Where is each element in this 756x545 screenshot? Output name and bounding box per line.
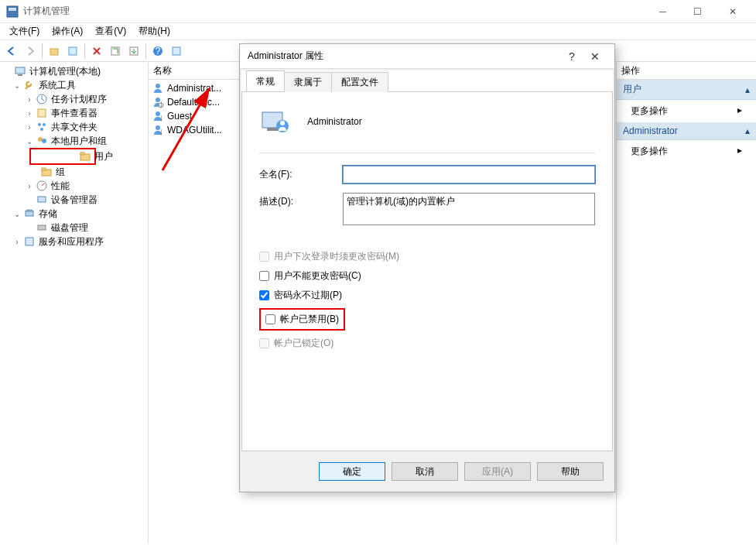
cannot-change-checkbox[interactable] xyxy=(259,271,269,281)
ok-button[interactable]: 确定 xyxy=(319,462,385,481)
disabled-row[interactable]: 帐户已禁用(B) xyxy=(259,308,595,331)
tree-label: 事件查看器 xyxy=(50,107,99,120)
dialog-footer: 确定 取消 应用(A) 帮助 xyxy=(240,453,614,490)
tree-label: 任务计划程序 xyxy=(50,93,108,106)
expander-icon[interactable]: › xyxy=(12,238,22,246)
export-button[interactable] xyxy=(125,43,142,60)
svg-point-13 xyxy=(38,123,41,126)
expander-icon[interactable]: ⌄ xyxy=(12,81,22,90)
apply-button[interactable]: 应用(A) xyxy=(464,462,531,481)
view-button[interactable] xyxy=(168,43,185,60)
tab-general[interactable]: 常规 xyxy=(246,70,285,91)
svg-rect-38 xyxy=(267,128,278,131)
actions-link-label: 更多操作 xyxy=(631,145,668,158)
tree-groups[interactable]: 组 xyxy=(0,165,148,179)
highlight-disabled: 帐户已禁用(B) xyxy=(259,308,345,331)
svg-point-28 xyxy=(156,84,160,88)
help-button[interactable]: 帮助 xyxy=(537,462,604,481)
tree-root[interactable]: 计算机管理(本地) xyxy=(0,64,148,78)
close-button[interactable]: ✕ xyxy=(715,0,750,23)
user-icon: ↓ xyxy=(152,96,164,108)
expander-icon[interactable]: › xyxy=(25,95,34,104)
tree-label: 存储 xyxy=(37,207,59,221)
forward-button[interactable] xyxy=(22,43,39,60)
dialog-close-button[interactable]: ✕ xyxy=(583,50,607,63)
svg-point-14 xyxy=(43,123,46,126)
menu-file[interactable]: 文件(F) xyxy=(3,23,46,39)
expander-icon[interactable]: ⌄ xyxy=(25,137,34,146)
never-expire-label: 密码永不过期(P) xyxy=(274,289,342,302)
svg-rect-19 xyxy=(80,153,84,155)
collapse-up-icon: ▴ xyxy=(745,84,750,95)
refresh-button[interactable] xyxy=(107,43,124,60)
never-expire-row[interactable]: 密码永不过期(P) xyxy=(259,289,595,302)
actions-more-2[interactable]: 更多操作 ▸ xyxy=(617,140,756,163)
expander-icon[interactable]: › xyxy=(25,182,34,190)
main-titlebar: 计算机管理 ─ ☐ ✕ xyxy=(0,0,756,23)
description-input[interactable]: 管理计算机(域)的内置帐户 xyxy=(343,193,595,225)
services-icon xyxy=(23,235,36,248)
tree-label: 共享文件夹 xyxy=(50,121,99,134)
expander-icon[interactable]: ⌄ xyxy=(12,210,22,218)
clock-icon xyxy=(36,93,48,105)
svg-point-15 xyxy=(40,128,43,131)
svg-text:↓: ↓ xyxy=(159,98,163,108)
tree-storage[interactable]: ⌄ 存储 xyxy=(0,207,148,221)
tree-system-tools[interactable]: ⌄ 系统工具 xyxy=(0,78,148,92)
menu-help[interactable]: 帮助(H) xyxy=(132,23,176,39)
performance-icon xyxy=(36,180,48,192)
svg-rect-1 xyxy=(9,8,16,11)
tree-services-apps[interactable]: › 服务和应用程序 xyxy=(0,235,148,249)
list-item-label: Administrat... xyxy=(167,83,221,94)
account-disabled-checkbox[interactable] xyxy=(265,314,275,324)
cannot-change-row[interactable]: 用户不能更改密码(C) xyxy=(259,269,595,283)
actions-section-label: Administrator xyxy=(623,125,678,136)
user-icon: ↓ xyxy=(152,124,164,136)
svg-rect-8 xyxy=(173,47,180,55)
tree-users[interactable]: 用户 xyxy=(68,149,94,163)
tree-performance[interactable]: › 性能 xyxy=(0,179,148,193)
svg-rect-3 xyxy=(69,47,77,55)
tab-profile[interactable]: 配置文件 xyxy=(331,72,388,92)
tree-shared-folders[interactable]: › 共享文件夹 xyxy=(0,120,148,134)
menu-view[interactable]: 查看(V) xyxy=(89,23,132,39)
fullname-input[interactable] xyxy=(343,166,595,183)
help-button[interactable]: ? xyxy=(149,43,166,60)
svg-rect-27 xyxy=(26,238,33,245)
cancel-button[interactable]: 取消 xyxy=(392,462,458,481)
expander-icon[interactable]: › xyxy=(25,123,34,132)
actions-section-users[interactable]: 用户 ▴ xyxy=(617,80,756,100)
actions-more-1[interactable]: 更多操作 ▸ xyxy=(617,100,756,122)
properties-button[interactable] xyxy=(64,43,81,60)
tree-local-users[interactable]: ⌄ 本地用户和组 xyxy=(0,134,148,148)
maximize-button[interactable]: ☐ xyxy=(680,0,715,23)
dialog-username: Administrator xyxy=(307,116,362,127)
tree-label: 用户 xyxy=(93,150,115,163)
up-button[interactable] xyxy=(46,43,63,60)
menubar: 文件(F) 操作(A) 查看(V) 帮助(H) xyxy=(0,23,756,40)
svg-text:?: ? xyxy=(156,46,161,57)
cannot-change-label: 用户不能更改密码(C) xyxy=(274,269,361,283)
separator xyxy=(259,153,595,153)
tree-root-label: 计算机管理(本地) xyxy=(28,65,102,78)
minimize-button[interactable]: ─ xyxy=(645,0,680,23)
tree-label: 本地用户和组 xyxy=(50,135,108,148)
toolbar-sep3 xyxy=(145,43,146,59)
tree-device-manager[interactable]: 设备管理器 xyxy=(0,193,148,207)
dialog-help-button[interactable]: ? xyxy=(560,50,583,63)
tree-disk-mgmt[interactable]: 磁盘管理 xyxy=(0,221,148,235)
tree-event-viewer[interactable]: › 事件查看器 xyxy=(0,106,148,120)
expander-icon[interactable]: › xyxy=(25,109,34,118)
chevron-right-icon: ▸ xyxy=(737,105,742,118)
svg-rect-10 xyxy=(18,74,22,76)
actions-header-label: 操作 xyxy=(621,64,640,77)
disk-icon xyxy=(36,221,48,234)
back-button[interactable] xyxy=(3,43,20,60)
menu-action[interactable]: 操作(A) xyxy=(46,23,89,39)
tree-task-scheduler[interactable]: › 任务计划程序 xyxy=(0,92,148,106)
tab-memberof[interactable]: 隶属于 xyxy=(284,72,332,92)
actions-section-admin[interactable]: Administrator ▴ xyxy=(617,122,756,140)
never-expire-checkbox[interactable] xyxy=(259,290,269,300)
svg-rect-23 xyxy=(38,197,46,202)
delete-button[interactable] xyxy=(88,43,105,60)
